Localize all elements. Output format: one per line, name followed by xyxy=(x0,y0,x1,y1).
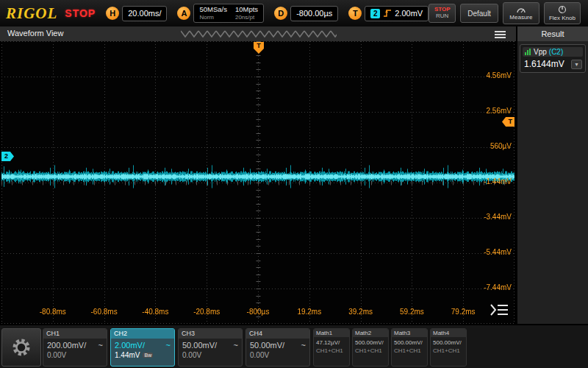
measure-button[interactable]: Measure xyxy=(503,2,539,24)
run-state-indicator: STOP xyxy=(65,7,96,19)
measurement-label: Vpp xyxy=(534,48,547,56)
channel-box-ch1[interactable]: CH1200.00mV/~0.00V xyxy=(43,328,107,367)
acquisition-info[interactable]: 50MSa/s 10Mpts Norm 20ns/pt xyxy=(193,4,264,23)
trigger-level: 2.00mV xyxy=(395,9,423,18)
gear-icon xyxy=(10,336,32,358)
math-expression: CH1+CH1 xyxy=(431,346,466,355)
top-button-row: STOP RUN Default Measure Flex Knob xyxy=(429,2,581,24)
stop-run-button[interactable]: STOP RUN xyxy=(429,4,456,23)
result-panel-title: Result xyxy=(517,26,588,41)
math-scale: 500.00mV/ xyxy=(431,337,466,346)
measurement-source: (C2) xyxy=(549,48,563,56)
trigger-delay[interactable]: -800.00µs xyxy=(290,6,338,21)
measurement-value: 1.6144mV xyxy=(524,59,564,69)
acquisition-mode: Norm xyxy=(199,14,227,21)
channel-box-ch3[interactable]: CH350.00mV/~0.00V xyxy=(178,328,243,367)
channel-name: CH2 xyxy=(111,329,174,339)
math-expression: CH1+CH1 xyxy=(392,346,427,355)
run-label: RUN xyxy=(436,13,448,20)
channel-offset: 0.00V xyxy=(43,350,107,361)
horizontal-badge[interactable]: H xyxy=(106,7,119,20)
math-scale: 500.00mV/ xyxy=(353,337,388,346)
channel-name: CH4 xyxy=(246,329,309,339)
result-panel: Result Vpp (C2) 1.6144mV ▼ xyxy=(517,26,588,324)
histogram-icon xyxy=(525,49,531,55)
channel-scale: 50.00mV/~ xyxy=(246,339,309,350)
channel-scale: 50.00mV/~ xyxy=(179,339,242,350)
chevron-down-icon[interactable]: ▼ xyxy=(571,60,582,69)
trigger-badge[interactable]: T xyxy=(348,7,362,20)
flex-knob-label: Flex Knob xyxy=(549,15,576,21)
top-bar: RIGOL STOP H 20.00ms/ A 50MSa/s 10Mpts N… xyxy=(0,0,588,26)
waveform-menu-icon[interactable] xyxy=(495,29,506,40)
gauge-icon xyxy=(516,6,526,13)
channel-box-ch2[interactable]: CH22.00mV/~1.44mVBw xyxy=(110,328,175,367)
channel-name: CH1 xyxy=(43,329,107,339)
coupling-icon: ~ xyxy=(234,341,238,350)
waveform-view-header: Waveform View xyxy=(0,26,516,41)
rigol-logo: RIGOL xyxy=(6,4,57,23)
bandwidth-badge: Bw xyxy=(143,353,153,358)
flex-knob-button[interactable]: Flex Knob xyxy=(544,2,581,24)
oscilloscope-screen: RIGOL STOP H 20.00ms/ A 50MSa/s 10Mpts N… xyxy=(0,0,588,368)
math-name: Math1 xyxy=(314,329,349,337)
trigger-source-badge: 2 xyxy=(370,9,380,18)
math-slots: Math147.12µV/CH1+CH1Math2500.00mV/CH1+CH… xyxy=(313,328,467,367)
bottom-bar: CH1200.00mV/~0.00VCH22.00mV/~1.44mVBwCH3… xyxy=(0,324,588,368)
rising-edge-icon xyxy=(383,9,392,18)
coupling-icon: ~ xyxy=(98,341,103,350)
memory-depth: 10Mpts xyxy=(235,6,258,14)
math-expression: CH1+CH1 xyxy=(353,346,388,355)
measurement-card-vpp[interactable]: Vpp (C2) 1.6144mV ▼ xyxy=(520,44,586,73)
waveform-view-title: Waveform View xyxy=(7,29,63,38)
math-box-math2[interactable]: Math2500.00mV/CH1+CH1 xyxy=(352,328,389,367)
channel-name: CH3 xyxy=(179,329,242,339)
sample-rate: 50MSa/s xyxy=(199,6,227,14)
channel-scale: 200.00mV/~ xyxy=(43,339,107,350)
math-name: Math4 xyxy=(431,329,466,337)
wave-pattern-decoration xyxy=(181,29,337,38)
measure-label: Measure xyxy=(509,14,532,21)
math-box-math4[interactable]: Math4500.00mV/CH1+CH1 xyxy=(430,328,467,367)
coupling-icon: ~ xyxy=(166,341,171,350)
channel-scale: 2.00mV/~ xyxy=(111,339,174,350)
math-scale: 47.12µV/ xyxy=(314,337,349,346)
math-expression: CH1+CH1 xyxy=(314,346,349,355)
channel-box-ch4[interactable]: CH450.00mV/~0.00V xyxy=(245,328,310,367)
delay-badge[interactable]: D xyxy=(274,7,287,20)
waveform-display[interactable] xyxy=(1,41,514,324)
channel-offset: 0.00V xyxy=(179,350,242,361)
grid-context-menu-icon[interactable] xyxy=(488,302,510,318)
acquisition-badge[interactable]: A xyxy=(177,7,190,20)
knob-icon xyxy=(558,5,567,14)
settings-button[interactable] xyxy=(1,328,41,367)
math-box-math1[interactable]: Math147.12µV/CH1+CH1 xyxy=(313,328,350,367)
sample-interval: 20ns/pt xyxy=(235,14,258,21)
math-box-math3[interactable]: Math3500.00mV/CH1+CH1 xyxy=(391,328,428,367)
measurement-badge: Vpp (C2) xyxy=(523,47,583,57)
channel-offset: 0.00V xyxy=(246,350,309,361)
channel-slots: CH1200.00mV/~0.00VCH22.00mV/~1.44mVBwCH3… xyxy=(43,328,310,367)
default-button[interactable]: Default xyxy=(460,4,498,23)
trigger-settings[interactable]: 2 2.00mV xyxy=(365,6,429,21)
coupling-icon: ~ xyxy=(301,341,306,350)
math-name: Math3 xyxy=(392,329,427,337)
horizontal-scale[interactable]: 20.00ms/ xyxy=(122,6,167,21)
math-scale: 500.00mV/ xyxy=(392,337,427,346)
math-name: Math2 xyxy=(353,329,388,337)
measurement-value-row: 1.6144mV ▼ xyxy=(523,57,583,70)
channel-offset: 1.44mVBw xyxy=(111,350,174,361)
